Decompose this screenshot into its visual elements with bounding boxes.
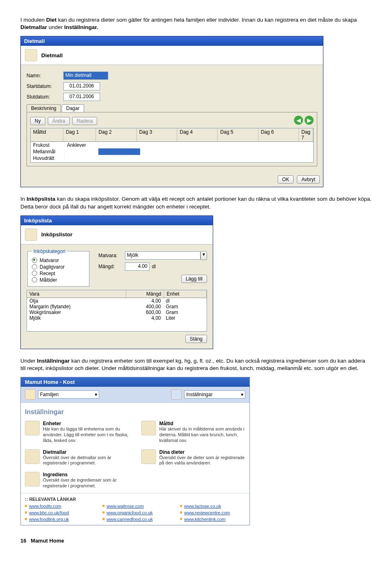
para-inkop: In Inköpslista kan du skapa inköpslistor…: [20, 195, 372, 210]
header-strip: Dietmall: [21, 46, 323, 65]
card[interactable]: MåltidHär skriver du in måltiderna som a…: [141, 421, 245, 443]
panel-kost: Mamut Home - Kost Familjen▾ Inställninga…: [20, 377, 250, 525]
stang-button[interactable]: Stäng: [185, 335, 207, 343]
family-icon: [25, 389, 36, 400]
tab-beskrivning[interactable]: Beskrivning: [27, 104, 61, 112]
titlebar: Dietmall: [21, 36, 323, 46]
window-dietmall: Dietmall Dietmall Namn:Min dietmall Star…: [20, 36, 323, 187]
matvara-dd-arrow-icon[interactable]: ▾: [200, 251, 207, 260]
radio-recept[interactable]: [32, 271, 37, 276]
panel-title: Mamut Home - Kost: [21, 377, 249, 387]
window-inkop: Inköpslista Inköpslistor Inköpskategori …: [20, 215, 213, 349]
add-button[interactable]: Lägg till: [181, 275, 207, 283]
nav-installningar[interactable]: Inställningar▾: [171, 389, 245, 400]
bullet-icon: [180, 518, 182, 520]
radio-matvaror[interactable]: [32, 258, 37, 263]
dietmall-icon: [25, 49, 37, 61]
card[interactable]: Dina dieterÖversikt över de dieter som ä…: [141, 449, 245, 466]
card-icon: [25, 472, 40, 487]
para-diet: I modulen Diet kan du registrera dieter …: [20, 16, 372, 31]
bullet-icon: [102, 518, 105, 520]
link[interactable]: www.bbc.co.uk/food: [25, 510, 90, 515]
ok-button[interactable]: OK: [278, 175, 294, 184]
prev-arrow-icon[interactable]: ◀: [294, 116, 303, 125]
bullet-icon: [25, 518, 27, 520]
radio-daglig[interactable]: [32, 264, 37, 269]
avbryt-button[interactable]: Avbryt: [297, 175, 320, 184]
mangd-input[interactable]: 4.00: [125, 262, 149, 271]
startdate-input[interactable]: 01.01.2006: [63, 82, 100, 90]
link[interactable]: www.cannedfood.co.uk: [102, 517, 168, 522]
selected-cell[interactable]: [98, 148, 140, 155]
enddate-input[interactable]: 07.01.2006: [63, 93, 100, 101]
link[interactable]: www.lactose.co.uk: [180, 504, 245, 509]
bullet-icon: [180, 505, 182, 507]
link[interactable]: www.foodlink.org.uk: [25, 517, 90, 522]
link[interactable]: www.organicfood.co.uk: [102, 510, 168, 515]
radio-maltider[interactable]: [32, 277, 37, 283]
card[interactable]: DietmallarÖversikt över de dietmallar so…: [25, 449, 129, 466]
para-settings: Under Inställningar kan du registrera en…: [20, 357, 372, 372]
name-input[interactable]: Min dietmall: [63, 72, 108, 80]
page-footer: 16 Mamut Home: [20, 538, 372, 544]
card-icon: [141, 449, 156, 464]
panel-heading: Inställningar: [25, 408, 245, 416]
chevron-down-icon: ▾: [241, 392, 243, 397]
next-arrow-icon[interactable]: ▶: [305, 116, 314, 125]
link[interactable]: www.foodtv.com: [25, 504, 90, 509]
tab-dagar[interactable]: Dagar: [62, 104, 84, 112]
table-row: Olja4,00dl: [27, 298, 207, 304]
chevron-down-icon: ▾: [95, 392, 97, 397]
bullet-icon: [180, 511, 182, 513]
bullet-icon: [102, 511, 105, 513]
andra-button[interactable]: Ändra: [48, 117, 70, 125]
inkop-icon: [25, 229, 37, 241]
titlebar-inkop: Inköpslista: [21, 216, 213, 225]
card[interactable]: IngrediensÖversikt över de ingredienser …: [25, 472, 129, 489]
radera-button[interactable]: Radera: [72, 117, 97, 125]
bullet-icon: [102, 505, 105, 507]
bullet-icon: [25, 511, 27, 513]
card[interactable]: EnheterHär kan du lägga till enheterna s…: [25, 421, 129, 443]
table-row: Margarin (flytande)400,00Gram: [27, 304, 207, 309]
link[interactable]: www.kitchenlink.com: [180, 517, 245, 522]
header-strip-inkop: Inköpslistor: [21, 225, 213, 244]
matvara-dd[interactable]: Mjölk: [125, 251, 200, 260]
bullet-icon: [25, 505, 27, 507]
card-icon: [25, 421, 40, 435]
link[interactable]: www.waitrose.com: [102, 504, 168, 509]
ny-button[interactable]: Ny: [30, 117, 45, 125]
table-row: Mjölk4,00Liter: [27, 315, 207, 321]
link[interactable]: www.reviewcentre.com: [180, 510, 245, 515]
settings-icon: [171, 389, 182, 400]
card-icon: [141, 421, 156, 435]
card-icon: [25, 449, 40, 464]
radio-group-kategori: Inköpskategori Matvaror Dagligvaror Rece…: [27, 249, 89, 287]
nav-familjen[interactable]: Familjen▾: [25, 389, 99, 400]
table-row: Wokgrönsaker600,00Gram: [27, 309, 207, 315]
